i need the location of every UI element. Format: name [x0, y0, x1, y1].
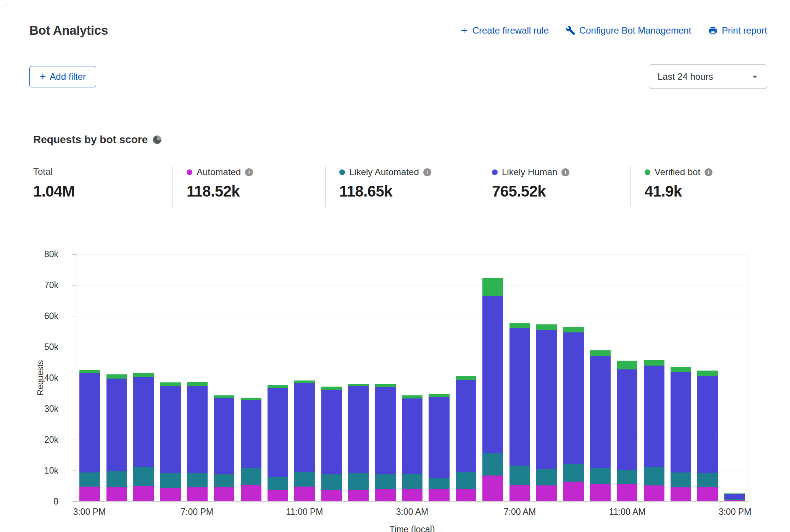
y-tick-mark: [73, 409, 76, 409]
section-title: Requests by bot score: [33, 134, 148, 146]
add-filter-button[interactable]: + Add filter: [29, 66, 96, 87]
bar-segment-automated: [724, 500, 745, 501]
bar-segment-verified-bot: [268, 385, 288, 388]
bar-segment-verified-bot: [133, 373, 154, 377]
stacked-bar[interactable]: [321, 254, 342, 501]
bar-slot: [641, 254, 667, 501]
bar-segment-likely-automated: [536, 469, 557, 485]
bar-segment-automated: [106, 487, 127, 501]
bar-segment-automated: [402, 489, 422, 501]
plot-area[interactable]: [76, 254, 748, 501]
stacked-bar[interactable]: [402, 254, 422, 501]
stacked-bar[interactable]: [617, 254, 637, 501]
stacked-bar[interactable]: [187, 254, 208, 501]
print-report-label: Print report: [722, 25, 767, 36]
bar-slot: [318, 254, 345, 501]
bar-slot: [184, 254, 211, 501]
page-title: Bot Analytics: [29, 23, 108, 38]
stat-label: Automated: [197, 167, 241, 177]
bot-analytics-card: Bot Analytics Create firewall rule Confi…: [4, 4, 790, 532]
bar-segment-likely-human: [106, 379, 127, 471]
y-tick-label: 60k: [33, 311, 58, 321]
bar-segment-verified-bot: [697, 371, 718, 376]
info-icon[interactable]: i: [423, 168, 431, 176]
create-firewall-rule-label: Create firewall rule: [472, 25, 549, 36]
bar-segment-likely-automated: [187, 473, 208, 487]
bar-segment-automated: [214, 487, 234, 501]
bar-slot: [614, 254, 640, 501]
bar-segment-automated: [348, 490, 369, 501]
bar-segment-likely-human: [563, 332, 584, 464]
bar-segment-automated: [268, 490, 288, 501]
stat-value: 765.52k: [492, 183, 630, 200]
info-icon[interactable]: i: [561, 168, 569, 176]
stacked-bar[interactable]: [106, 254, 127, 501]
stacked-bar[interactable]: [294, 254, 315, 501]
bar-segment-likely-automated: [671, 472, 691, 487]
bar-segment-likely-automated: [268, 477, 288, 490]
info-icon[interactable]: i: [705, 168, 713, 176]
bar-segment-verified-bot: [671, 367, 691, 372]
stacked-bar[interactable]: [509, 254, 530, 501]
stacked-bar[interactable]: [214, 254, 234, 501]
bar-slot: [479, 254, 506, 501]
stat-label: Likely Human: [502, 167, 557, 177]
bar-segment-verified-bot: [617, 361, 637, 369]
stat-total: Total 1.04M: [33, 166, 173, 207]
bar-slot: [506, 254, 533, 501]
y-tick-label: 30k: [33, 403, 58, 414]
bar-slot: [211, 254, 237, 501]
bar-segment-verified-bot: [644, 360, 664, 366]
bar-segment-verified-bot: [536, 324, 557, 330]
bar-segment-likely-automated: [456, 472, 476, 489]
time-range-select[interactable]: Last 24 hours: [649, 64, 767, 89]
stacked-bar[interactable]: [456, 254, 476, 501]
bar-segment-automated: [321, 490, 342, 501]
stacked-bar[interactable]: [375, 254, 396, 501]
bar-segment-likely-human: [644, 366, 664, 467]
bar-segment-automated: [160, 488, 181, 501]
bar-segment-verified-bot: [321, 387, 342, 390]
stacked-bar[interactable]: [563, 254, 584, 501]
stacked-bar[interactable]: [644, 254, 664, 501]
info-icon[interactable]: i: [245, 168, 253, 176]
bar-segment-verified-bot: [187, 382, 208, 386]
create-firewall-rule-link[interactable]: Create firewall rule: [459, 25, 549, 36]
stacked-bar[interactable]: [724, 254, 745, 501]
bar-segment-verified-bot: [456, 376, 476, 380]
bar-segment-automated: [536, 485, 557, 501]
stacked-bar[interactable]: [133, 254, 154, 501]
requests-chart: Requests 010k20k30k40k50k60k70k80k 3:00 …: [33, 254, 781, 532]
y-tick-label: 10k: [33, 465, 58, 476]
bar-slot: [264, 254, 291, 501]
stacked-bar[interactable]: [429, 254, 449, 501]
bar-segment-likely-automated: [106, 471, 127, 487]
configure-bot-management-link[interactable]: Configure Bot Management: [566, 25, 692, 36]
y-tick-mark: [73, 316, 76, 316]
stacked-bar[interactable]: [268, 254, 288, 501]
stacked-bar[interactable]: [241, 254, 261, 501]
stacked-bar[interactable]: [79, 254, 100, 501]
stacked-bar[interactable]: [697, 254, 718, 501]
stacked-bar[interactable]: [348, 254, 369, 501]
bar-segment-automated: [590, 484, 611, 501]
bar-slot: [399, 254, 426, 501]
bar-slot: [694, 254, 721, 501]
bar-slot: [130, 254, 157, 501]
y-tick-label: 80k: [33, 249, 58, 260]
bar-segment-automated: [671, 487, 691, 501]
bar-slot: [587, 254, 614, 501]
stacked-bar[interactable]: [590, 254, 611, 501]
bar-segment-likely-human: [375, 387, 396, 474]
print-report-link[interactable]: Print report: [708, 25, 767, 36]
bar-segment-likely-automated: [617, 470, 637, 484]
bar-segment-verified-bot: [160, 382, 181, 386]
stacked-bar[interactable]: [160, 254, 181, 501]
bar-segment-verified-bot: [563, 327, 584, 332]
bar-slot: [453, 254, 479, 501]
stacked-bar[interactable]: [671, 254, 691, 501]
stacked-bar[interactable]: [482, 254, 503, 501]
bar-segment-likely-automated: [563, 464, 584, 482]
bar-segment-likely-human: [268, 388, 288, 477]
stacked-bar[interactable]: [536, 254, 557, 501]
